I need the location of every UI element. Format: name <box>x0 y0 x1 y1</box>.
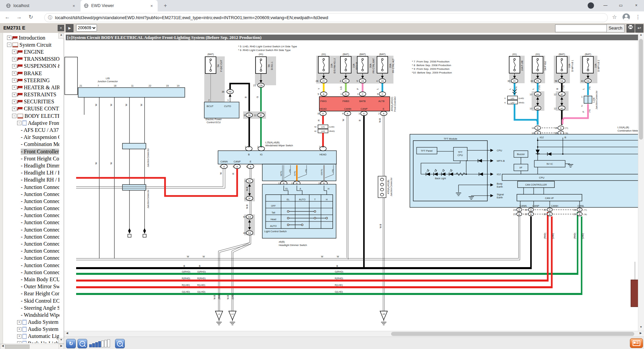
url-text[interactable]: localhost/td/td3ewd/pgm/standaloneEWD.ht… <box>55 15 328 20</box>
tree-item-label[interactable]: - Junction Connec <box>21 248 59 254</box>
tree-item[interactable]: - Junction Connec <box>3 212 59 219</box>
tree-item[interactable]: −BODY ELECTRICAL <box>3 112 59 119</box>
tree-item-label[interactable]: - Junction Connec <box>21 191 59 197</box>
tree-item[interactable]: - Junction Connec <box>3 184 59 191</box>
tree-item-label[interactable]: - Headlight Dimm <box>21 163 59 169</box>
tree-item[interactable]: +SUSPENSION & <box>3 63 59 70</box>
tree-item[interactable]: +STEERING <box>3 77 59 84</box>
tree-item[interactable]: - Steering Angle S <box>3 304 59 311</box>
tree-item-label[interactable]: TRANSMISSION <box>24 56 59 62</box>
tree-item[interactable]: - Headlight Dimm <box>3 162 59 169</box>
tree-item[interactable]: - Junction Connec <box>3 269 59 276</box>
tree-item-label[interactable]: - Junction Connec <box>21 234 59 240</box>
tree-item[interactable]: +Back-Up Light <box>3 340 59 343</box>
tree-item-label[interactable]: - Junction Connec <box>21 198 59 204</box>
scroll-left-icon[interactable]: ◀ <box>0 344 5 349</box>
tree-item-label[interactable]: - Junction Connec <box>21 241 59 247</box>
zoom-in-button[interactable]: + <box>115 339 125 348</box>
tree-item[interactable]: - Outer Mirror Sw <box>3 283 59 290</box>
tree-item-label[interactable]: RESTRAINTS <box>24 92 56 98</box>
tree-item-label[interactable]: CRUISE CONTROL <box>24 106 59 112</box>
refresh-view-button[interactable]: ↻ <box>66 339 76 348</box>
wiring-diagram-canvas[interactable]: * 5 :LHD, RHD Light Control Switch LH Si… <box>64 40 644 331</box>
tree-item[interactable]: - Junction Connec <box>3 205 59 212</box>
tree-item[interactable]: +Audio System ( <box>3 326 59 333</box>
tree-scroll-down-icon[interactable]: ▼ <box>58 338 64 344</box>
tree-item-label[interactable]: - Junction Connec <box>21 269 59 276</box>
tree-item[interactable]: - Junction Connec <box>3 226 59 233</box>
expand-icon[interactable]: + <box>12 85 16 90</box>
tree-item-label[interactable]: - Main Body ECU <box>21 277 59 283</box>
zoom-out-button[interactable]: − <box>77 339 87 348</box>
tree-item-label[interactable]: - Junction Connec <box>21 205 59 211</box>
tree-item-label[interactable]: - Front Height Con <box>21 156 59 162</box>
tree-item[interactable]: −Adaptive Front-Lighting System <box>3 119 59 127</box>
tree-item[interactable]: +HEATER & AIR <box>3 84 59 91</box>
tree-item-label[interactable]: Audio System ( <box>28 319 59 325</box>
scrollbar-thumb[interactable] <box>5 345 30 349</box>
tree-item[interactable]: - Main Body ECU <box>3 276 59 283</box>
tree-item[interactable]: +Introduction <box>3 34 59 41</box>
diagram-vertical-scrollbar[interactable]: ▲ ▼ <box>638 33 644 331</box>
tree-item-label[interactable]: STEERING <box>24 78 50 84</box>
tree-item[interactable]: - Junction Connec <box>3 198 59 205</box>
tree-item[interactable]: - Junction Connec <box>3 191 59 198</box>
tree-item-label[interactable]: - AFS ECU / A37 <box>21 127 59 133</box>
tree-item-label[interactable]: Introduction <box>19 35 45 41</box>
term-select[interactable]: 200609 <box>76 24 97 32</box>
tree-item-label[interactable]: BODY ELECTRICAL <box>24 113 59 119</box>
tree-scroll-up-icon[interactable]: ▲ <box>58 33 64 39</box>
tree-item-label[interactable]: - Junction Connec <box>21 255 59 261</box>
window-minimize-button[interactable]: — <box>598 0 613 11</box>
tree-item[interactable]: - Windshield Wipe <box>3 311 59 318</box>
tree-item-label[interactable]: - Air Suspension C <box>21 134 59 140</box>
tab-close-icon[interactable]: × <box>149 3 154 8</box>
return-button[interactable]: ↩ <box>635 24 643 33</box>
new-tab-button[interactable]: + <box>162 2 169 10</box>
window-maximize-button[interactable]: ▭ <box>613 0 629 11</box>
close-panel-button[interactable]: × <box>58 25 64 31</box>
feedback-button[interactable] <box>630 338 643 348</box>
tree-item-label[interactable]: - Junction Connec <box>21 227 59 233</box>
tree-item[interactable]: +Audio System ( <box>3 319 59 326</box>
collapse-icon[interactable]: − <box>17 121 21 125</box>
tree-item-label[interactable]: Audio System ( <box>28 326 59 332</box>
tree-item-label[interactable]: - Windshield Wipe <box>21 312 59 318</box>
tree-item[interactable]: +ENGINE <box>3 48 59 55</box>
back-icon[interactable]: ← <box>3 13 11 21</box>
expand-icon[interactable]: + <box>12 50 16 54</box>
search-input[interactable] <box>555 24 607 32</box>
url-bar[interactable]: ⓘ localhost/td/td3ewd/pgm/standaloneEWD.… <box>44 13 608 22</box>
tree-item-label[interactable]: - Junction Connec <box>21 262 59 268</box>
tree-item-label[interactable]: BRAKE <box>24 70 42 77</box>
expand-icon[interactable]: + <box>17 327 21 332</box>
tree-item-label[interactable]: - Headlight RH / H <box>21 177 59 183</box>
tree-item[interactable]: - Junction Connec <box>3 248 59 255</box>
tree-item[interactable]: - Front Height Con <box>3 155 59 162</box>
tree-item[interactable]: - Rear Height Con <box>3 290 59 297</box>
tree-item-label[interactable]: System Circuit <box>19 42 52 48</box>
tree-item[interactable]: - Junction Connec <box>3 219 59 226</box>
tree-item[interactable]: +TRANSMISSION <box>3 56 59 63</box>
expand-icon[interactable]: + <box>12 93 16 97</box>
tree-item-label[interactable]: - Front Controller <box>21 149 59 155</box>
expand-icon[interactable]: + <box>7 36 11 40</box>
scroll-up-icon[interactable]: ▲ <box>639 33 643 38</box>
reload-icon[interactable]: ↻ <box>27 13 35 21</box>
tree-item-label[interactable]: - Outer Mirror Sw <box>21 284 59 290</box>
tree-item[interactable]: - Junction Connec <box>3 255 59 262</box>
forward-icon[interactable]: → <box>15 13 23 21</box>
tree-item-label[interactable]: - Steering Angle S <box>21 305 59 311</box>
sidebar-horizontal-scrollbar[interactable]: ◀ ▶ <box>0 344 64 349</box>
tree-item[interactable]: - Combination Me <box>3 141 59 148</box>
expand-icon[interactable]: + <box>12 100 16 104</box>
tree-item-label[interactable]: Adaptive Front-Lighting System <box>28 120 59 126</box>
tree-item[interactable]: - Headlight LH / H <box>3 169 59 177</box>
expand-icon[interactable]: + <box>17 341 21 343</box>
tree-item[interactable]: - Front Controller <box>3 148 59 155</box>
expand-icon[interactable]: + <box>12 71 16 76</box>
tree-item-label[interactable]: - Junction Connec <box>21 219 59 226</box>
tree-item-label[interactable]: SECURITIES <box>24 99 54 105</box>
tree-item-label[interactable]: SUSPENSION & <box>24 63 59 69</box>
tree-item[interactable]: −System Circuit <box>3 41 59 48</box>
